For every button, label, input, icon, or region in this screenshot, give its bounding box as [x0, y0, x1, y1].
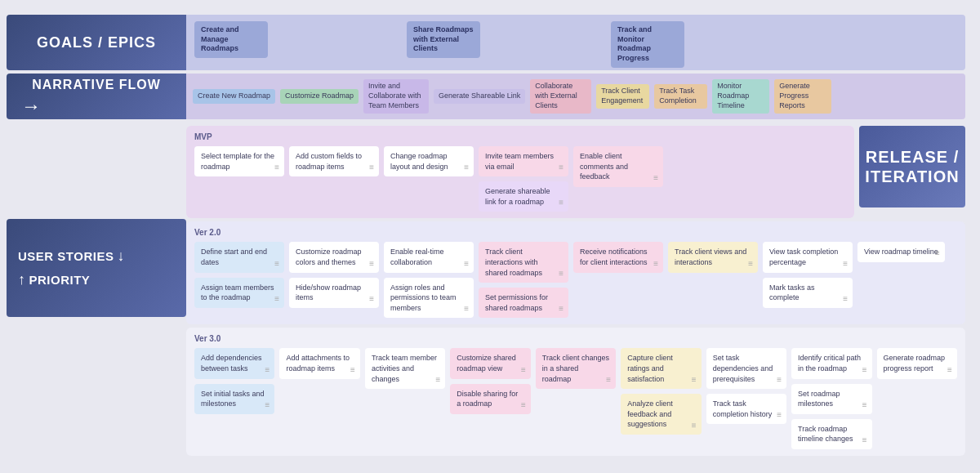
epic-item-1: Create and Manage Roadmaps [194, 21, 268, 58]
top-section: GOALS / EPICS Create and Manage Roadmaps… [0, 8, 972, 123]
ver3-col-4: Customize shared roadmap view Disable sh… [450, 348, 530, 413]
mvp-card-1: Select template for the roadmap [194, 146, 284, 176]
ver2-card-5: Enable real-time collaboration [384, 242, 474, 272]
priority-text: PRIORITY [29, 272, 91, 288]
ver2-col-1: Define start and end dates Assign team m… [194, 242, 284, 307]
ver2-card-2: Assign team members to the roadmap [194, 278, 284, 308]
ver3-card-6: Disable sharing for a roadmap [450, 384, 530, 414]
narrative-label-text: NARRATIVE FLOW [32, 78, 161, 91]
user-stories-top: USER STORIES ↓ [18, 247, 125, 266]
goals-row: GOALS / EPICS Create and Manage Roadmaps… [7, 15, 965, 70]
ver3-card-1: Add dependencies between tasks [194, 348, 274, 378]
release-label: RELEASE /ITERATION [859, 126, 965, 207]
goals-label: GOALS / EPICS [7, 15, 186, 70]
ver3-col-5: Track client changes in a shared roadmap [536, 348, 616, 389]
up-arrow: ↑ [18, 270, 26, 289]
ver3-card-2: Set initial tasks and milestones [194, 384, 274, 414]
ver3-card-11: Track task completion history [706, 394, 786, 424]
ver2-card-4: Hide/show roadmap items [289, 278, 379, 308]
ver3-card-15: Generate roadmap progress report [877, 348, 957, 378]
middle-right: MVP Select template for the roadmap Add … [186, 126, 965, 456]
ver2-card-1: Define start and end dates [194, 242, 284, 272]
mvp-card-4: Invite team members via email [479, 146, 568, 176]
epic-item-3: Track and Monitor Roadmap Progress [611, 21, 684, 68]
mvp-card-6: Generate shareable link for a roadmap [479, 181, 568, 212]
flow-item-2: Customize Roadmap [280, 89, 359, 104]
ver3-card-14: Track roadmap timeline changes [791, 419, 871, 449]
ver2-card-3: Customize roadmap colors and themes [289, 242, 379, 272]
mvp-cards-row: Select template for the roadmap Add cust… [194, 146, 846, 212]
ver2-card-13: View roadmap timeline [858, 242, 945, 262]
epic-item-2: Share Roadmaps with External Clients [407, 21, 480, 58]
narrative-label: NARRATIVE FLOW → [7, 74, 186, 119]
flow-item-1: Create New Roadmap [193, 89, 275, 104]
narrative-arrow: → [21, 95, 42, 118]
ver2-card-9: Receive notifications for client interac… [573, 242, 663, 272]
ver3-card-8: Capture client ratings and satisfaction [621, 348, 701, 389]
ver3-title: Ver 3.0 [194, 334, 957, 343]
goals-label-text: GOALS / EPICS [37, 34, 156, 51]
flow-item-7: Track Task Completion [654, 84, 707, 108]
goals-content: Create and Manage Roadmaps Share Roadmap… [186, 15, 965, 70]
middle-left: USER STORIES ↓ ↑ PRIORITY [7, 126, 186, 456]
mvp-card-3: Change roadmap layout and design [384, 146, 474, 176]
ver3-card-4: Track team member activities and changes [365, 348, 445, 389]
ver2-card-12: Mark tasks as complete [763, 278, 853, 308]
ver3-card-13: Set roadmap milestones [791, 384, 871, 414]
narrative-content: Create New Roadmap Customize Roadmap Inv… [186, 74, 965, 119]
narrative-row: NARRATIVE FLOW → Create New Roadmap Cust… [7, 74, 965, 119]
ver2-col-7: View task completion percentage Mark tas… [763, 242, 853, 307]
ver2-col-5: Receive notifications for client interac… [573, 242, 663, 272]
flow-item-9: Generate Progress Reports [774, 79, 831, 113]
ver2-section: Ver 2.0 Define start and end dates Assig… [186, 221, 965, 324]
ver2-col-3: Enable real-time collaboration Assign ro… [384, 242, 474, 318]
ver3-card-12: Identify critical path in the roadmap [791, 348, 871, 378]
flow-item-5: Collaborate with External Clients [530, 79, 591, 113]
ver2-card-10: Track client views and interactions [668, 242, 758, 272]
ver2-col-6: Track client views and interactions [668, 242, 758, 272]
flow-item-4: Generate Shareable Link [434, 89, 525, 104]
user-stories-label: USER STORIES ↓ ↑ PRIORITY [7, 219, 186, 317]
main-container: GOALS / EPICS Create and Manage Roadmaps… [0, 0, 980, 464]
ver3-col-9: Generate roadmap progress report [877, 348, 957, 378]
mvp-spacer [7, 126, 186, 216]
ver3-col-3: Track team member activities and changes [365, 348, 445, 389]
ver3-cards-grid: Add dependencies between tasks Set initi… [194, 348, 957, 449]
ver2-card-6: Assign roles and permissions to team mem… [384, 278, 474, 319]
ver3-card-9: Analyze client feedback and suggestions [621, 394, 701, 435]
flow-item-3: Invite and Collaborate with Team Members [363, 79, 429, 113]
ver2-card-11: View task completion percentage [763, 242, 853, 272]
ver3-section: Ver 3.0 Add dependencies between tasks S… [186, 328, 965, 456]
flow-item-8: Monitor Roadmap Timeline [712, 79, 769, 113]
ver2-col-8: View roadmap timeline [858, 242, 945, 262]
ver3-card-3: Add attachments to roadmap items [279, 348, 359, 378]
ver3-col-2: Add attachments to roadmap items [279, 348, 359, 378]
narrative-title-row: NARRATIVE FLOW [32, 76, 161, 93]
ver3-card-7: Track client changes in a shared roadmap [536, 348, 616, 389]
mvp-title: MVP [194, 132, 846, 141]
ver2-card-7: Track client interactions with shared ro… [479, 242, 568, 283]
ver2-card-8: Set permissions for shared roadmaps [479, 288, 568, 318]
ver3-col-1: Add dependencies between tasks Set initi… [194, 348, 274, 413]
ver3-card-10: Set task dependencies and prerequisites [706, 348, 786, 389]
ver2-col-4: Track client interactions with shared ro… [479, 242, 568, 318]
mvp-release-row: MVP Select template for the roadmap Add … [186, 126, 965, 218]
priority-row: ↑ PRIORITY [18, 270, 90, 289]
ver3-card-5: Customize shared roadmap view [450, 348, 530, 378]
ver3-col-7: Set task dependencies and prerequisites … [706, 348, 786, 424]
ver3-col-6: Capture client ratings and satisfaction … [621, 348, 701, 435]
middle-section: USER STORIES ↓ ↑ PRIORITY MVP Sele [0, 126, 972, 456]
mvp-card-5: Enable client comments and feedback [573, 146, 663, 187]
ver2-col-2: Customize roadmap colors and themes Hide… [289, 242, 379, 307]
down-arrow: ↓ [117, 247, 125, 266]
ver2-title: Ver 2.0 [194, 228, 957, 237]
user-stories-text: USER STORIES [18, 248, 114, 265]
ver3-col-8: Identify critical path in the roadmap Se… [791, 348, 871, 449]
release-text: RELEASE /ITERATION [865, 147, 959, 186]
flow-item-6: Track Client Engagement [596, 84, 649, 108]
ver2-cards-grid: Define start and end dates Assign team m… [194, 242, 957, 318]
ver3-spacer [7, 320, 186, 435]
mvp-email-col: Invite team members via email Generate s… [479, 146, 568, 212]
mvp-card-2: Add custom fields to roadmap items [289, 146, 379, 176]
mvp-section: MVP Select template for the roadmap Add … [186, 126, 854, 218]
